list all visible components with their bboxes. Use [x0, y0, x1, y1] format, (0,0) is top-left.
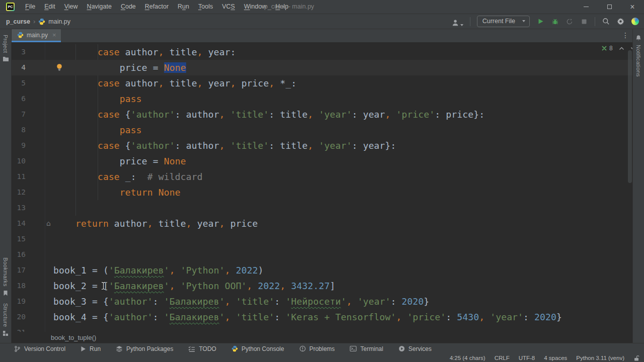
code-line-16[interactable]: 16	[12, 247, 632, 262]
line-number: 10	[12, 153, 26, 169]
tool-window-button-bookmarks[interactable]: Bookmarks	[3, 257, 9, 296]
run-button[interactable]	[536, 17, 544, 26]
plugin-sphere-icon[interactable]	[631, 17, 639, 26]
tool-window-python-console[interactable]: Python Console	[231, 345, 284, 352]
code-line-9[interactable]: 9 case {'author': author, 'title': title…	[12, 138, 632, 153]
stripe-label: Bookmarks	[3, 257, 9, 287]
user-icon	[452, 19, 459, 26]
line-number: 19	[12, 294, 26, 309]
stripe-right-top: Notifications	[635, 31, 641, 80]
window-title: p_curse - main.py	[264, 0, 314, 14]
structure-icon	[3, 330, 9, 336]
gutter-home-marker-icon[interactable]: ⌂	[46, 216, 51, 231]
menu-code[interactable]: Code	[116, 0, 140, 14]
minimize-button[interactable]	[575, 0, 598, 14]
previous-problem-button[interactable]	[619, 47, 624, 50]
code-line-14[interactable]: 14⌂ return author, title, year, price	[12, 216, 632, 231]
tool-window-terminal[interactable]: Terminal	[350, 345, 383, 352]
run-with-profile-button[interactable]	[452, 17, 463, 26]
tool-window-label: TODO	[199, 345, 216, 352]
line-endings-widget[interactable]: CRLF	[495, 355, 510, 361]
tool-window-button-project[interactable]: Project	[3, 35, 9, 62]
line-number: 9	[12, 138, 26, 153]
tool-window-button-structure[interactable]: Structure	[3, 303, 9, 336]
editor-scrollbar[interactable]	[627, 42, 632, 343]
close-button[interactable]: ×	[621, 0, 644, 14]
encoding-widget[interactable]: UTF-8	[519, 355, 535, 361]
stop-button-disabled[interactable]	[580, 17, 588, 26]
menu-run[interactable]: Run	[173, 0, 194, 14]
menu-refactor[interactable]: Refactor	[140, 0, 173, 14]
breadcrumb-project[interactable]: p_curse	[6, 18, 30, 25]
python-file-icon	[38, 18, 45, 25]
title-bar: PC FileEditViewNavigateCodeRefactorRunTo…	[0, 0, 644, 14]
code-line-20[interactable]: 20book_4 = {'author': 'Балакирев', 'titl…	[12, 309, 632, 325]
run-coverage-button-disabled[interactable]	[566, 17, 574, 26]
menu-edit[interactable]: Edit	[40, 0, 60, 14]
tool-window-version-control[interactable]: Version Control	[14, 345, 65, 352]
breadcrumb: p_curse › main.py	[6, 18, 70, 25]
python-interpreter-widget[interactable]: Python 3.11 (venv)	[576, 355, 624, 361]
more-options-icon[interactable]: ⋮	[622, 29, 629, 41]
code-line-6[interactable]: 6 pass	[12, 91, 632, 107]
cursor-position-widget[interactable]: 4:25 (4 chars)	[450, 355, 486, 361]
code-text: book_2 = ['Балакирев', 'Python ООП', 202…	[53, 278, 632, 294]
code-line-11[interactable]: 11 case _: # wildcard	[12, 169, 632, 185]
code-text: pass	[53, 91, 632, 107]
scrollbar-thumb[interactable]	[628, 50, 632, 183]
code-line-17[interactable]: 17book_1 = ('Балакирев', 'Python', 2022)	[12, 262, 632, 278]
code-line-10[interactable]: 10 price = None	[12, 153, 632, 169]
code-line-8[interactable]: 8 pass	[12, 122, 632, 138]
maximize-button[interactable]	[598, 0, 621, 14]
tool-window-services[interactable]: Services	[398, 345, 432, 352]
tab-main-py[interactable]: main.py ×	[12, 29, 61, 42]
line-number: 18	[12, 278, 26, 294]
settings-button[interactable]	[616, 17, 624, 26]
menu-navigate[interactable]: Navigate	[83, 0, 116, 14]
code-line-3[interactable]: 3 case author, title, year:	[12, 44, 632, 60]
indent-widget[interactable]: 4 spaces	[544, 355, 567, 361]
intention-bulb-icon[interactable]	[56, 63, 63, 71]
line-number: 11	[12, 169, 26, 185]
code-text: pass	[53, 122, 632, 138]
toolbar-separator	[595, 17, 595, 26]
code-line-19[interactable]: 19book_3 = {'author': 'Балакирев', 'titl…	[12, 294, 632, 309]
breadcrumb-function[interactable]: book_to_tuple()	[51, 334, 96, 341]
code-line-4[interactable]: 4 price = None	[12, 60, 632, 75]
chevron-right-icon: ›	[33, 18, 35, 25]
code-line-7[interactable]: 7 case {'author': author, 'title': title…	[12, 107, 632, 122]
toolbar-separator	[470, 17, 470, 26]
menu-vcs[interactable]: VCS	[217, 0, 239, 14]
unlocked-padlock-icon[interactable]	[633, 355, 640, 361]
pycharm-logo-text: PC	[7, 4, 14, 10]
code-line-15[interactable]: 15	[12, 231, 632, 247]
stripe-label: Notifications	[635, 45, 641, 77]
tool-window-run[interactable]: Run	[80, 345, 101, 352]
menu-view[interactable]: View	[60, 0, 83, 14]
line-number: 4	[12, 60, 26, 75]
chevron-down-icon	[522, 20, 525, 22]
code-line-13[interactable]: 13	[12, 200, 632, 216]
tool-window-problems[interactable]: Problems	[299, 345, 335, 352]
tool-window-todo[interactable]: TODO	[188, 345, 216, 352]
code-text: case {'author': author, 'title': title, …	[53, 138, 632, 153]
tool-window-python-packages[interactable]: Python Packages	[116, 345, 173, 352]
code-editor[interactable]: 3 case author, title, year:4 price = Non…	[12, 42, 632, 343]
line-number: 13	[12, 200, 26, 216]
tab-label: main.py	[27, 32, 48, 39]
maximize-icon	[607, 5, 612, 9]
menu-file[interactable]: File	[21, 0, 40, 14]
menu-tools[interactable]: Tools	[194, 0, 217, 14]
code-rows: 3 case author, title, year:4 price = Non…	[12, 44, 632, 340]
search-everywhere-button[interactable]	[602, 17, 610, 26]
pycharm-logo-icon: PC	[6, 3, 15, 11]
tool-window-button-notifications[interactable]: Notifications	[635, 35, 641, 77]
run-configuration-select[interactable]: Current File	[477, 16, 530, 27]
code-line-12[interactable]: 12 return None	[12, 185, 632, 200]
breadcrumb-file[interactable]: main.py	[48, 18, 70, 25]
typo-x-icon	[601, 45, 607, 51]
close-tab-icon[interactable]: ×	[52, 31, 56, 39]
line-number: 7	[12, 107, 26, 122]
code-line-5[interactable]: 5 case author, title, year, price, *_:	[12, 75, 632, 91]
debug-button[interactable]	[551, 17, 559, 26]
